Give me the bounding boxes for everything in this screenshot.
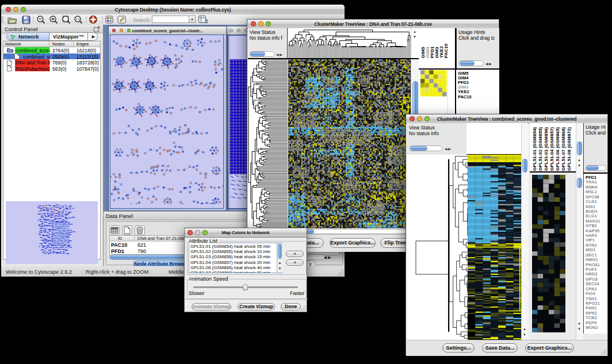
svg-text:1:1: 1:1 bbox=[76, 17, 80, 21]
